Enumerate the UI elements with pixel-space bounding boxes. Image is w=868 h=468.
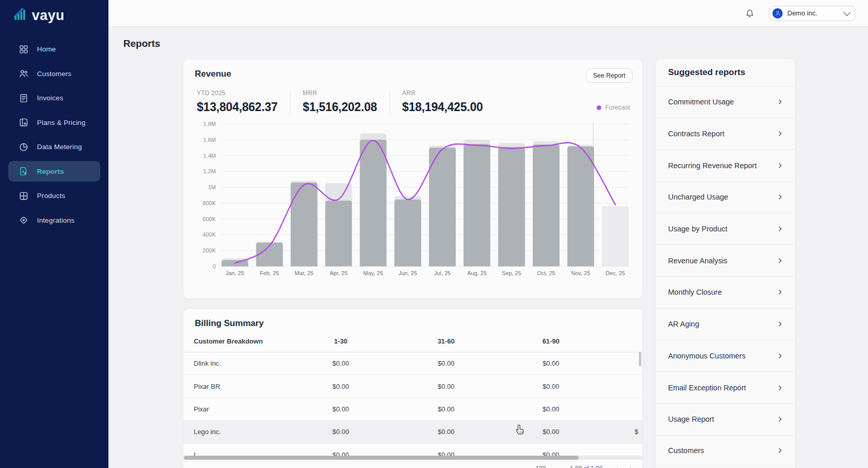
chevron-right-icon: [777, 447, 784, 454]
page-size-value: 100: [535, 465, 546, 468]
svg-text:Jul, 25: Jul, 25: [434, 270, 451, 276]
sidebar-item-invoices[interactable]: Invoices: [8, 88, 100, 109]
svg-text:1M: 1M: [208, 184, 216, 190]
billing-card-title: Billing Summary: [195, 318, 264, 329]
table-row[interactable]: Lego inc.$0.00$0.00$0.00$: [183, 421, 642, 443]
suggested-reports-card: Suggested reports Commitment UsageContra…: [655, 59, 796, 468]
amount-cell: $0.00: [495, 383, 607, 390]
suggested-report-usage-report[interactable]: Usage Report: [656, 403, 795, 435]
svg-text:Oct, 25: Oct, 25: [537, 270, 555, 276]
sidebar-item-integrations[interactable]: Integrations: [8, 210, 100, 230]
svg-text:800K: 800K: [202, 200, 216, 206]
pagination-range: 1.00 of 1.00: [570, 465, 602, 468]
vayu-logo-icon: [13, 7, 29, 24]
svg-text:Apr, 25: Apr, 25: [329, 270, 347, 276]
suggested-report-label: Usage Report: [668, 415, 714, 423]
amount-cell: $0.00: [397, 428, 495, 436]
stat-ytd-2025: YTD 2025$13,804,862.37: [197, 89, 290, 114]
sidebar-item-label: Invoices: [37, 94, 63, 102]
sidebar-item-customers[interactable]: Customers: [8, 63, 100, 84]
chevron-right-icon: [777, 193, 784, 201]
sidebar-item-plans-pricing[interactable]: Plans & Pricing: [8, 112, 100, 133]
amount-cell: $0.00: [397, 359, 495, 367]
bell-icon[interactable]: [744, 8, 755, 19]
sidebar-item-label: Home: [37, 45, 56, 53]
revenue-card-title: Revenue: [195, 69, 231, 79]
column-header: Customer Breakdown: [194, 337, 284, 345]
horizontal-scrollbar[interactable]: [183, 456, 643, 460]
amount-cell: $0.00: [284, 405, 397, 413]
svg-text:May, 25: May, 25: [363, 270, 383, 276]
stat-label: ARR: [402, 89, 483, 97]
suggested-report-customers[interactable]: Customers: [656, 435, 795, 467]
forecast-legend: Forecast: [597, 104, 630, 111]
sidebar: vayu HomeCustomersInvoicesPlans & Pricin…: [0, 0, 108, 468]
main-content: Reports Revenue See Report YTD 2025$13,8…: [108, 27, 868, 468]
forecast-dot-icon: [597, 105, 601, 110]
chevron-right-icon: [777, 320, 784, 328]
sidebar-item-products[interactable]: Products: [8, 186, 100, 206]
chevron-right-icon: [777, 225, 784, 232]
sidebar-nav: HomeCustomersInvoicesPlans & PricingData…: [0, 35, 108, 230]
suggested-report-usage-by-product[interactable]: Usage by Product: [656, 213, 795, 245]
logo-text: vayu: [32, 9, 65, 23]
chevron-right-icon: [777, 416, 784, 423]
amount-cell: $0.00: [284, 451, 397, 456]
suggested-report-label: Email Exception Report: [668, 384, 746, 392]
suggested-report-commitment-usage[interactable]: Commitment Usage: [656, 86, 795, 118]
svg-text:1.4M: 1.4M: [204, 153, 216, 159]
pagination-next-icon[interactable]: ›: [630, 465, 632, 468]
suggested-report-label: AR Aging: [668, 320, 699, 328]
sidebar-item-data-metering[interactable]: Data Metering: [8, 137, 100, 157]
vertical-scrollbar-thumb[interactable]: [639, 352, 641, 366]
svg-text:600K: 600K: [202, 216, 216, 222]
logo: vayu: [13, 7, 65, 24]
svg-text:Mar, 25: Mar, 25: [294, 270, 313, 276]
amount-cell: $0.00: [397, 383, 495, 390]
amount-cell: $0.00: [495, 451, 607, 456]
account-name: Demo inc.: [787, 9, 839, 17]
amount-cell: $0.00: [397, 451, 495, 456]
topbar: Demo inc.: [108, 0, 868, 27]
invoices-icon: [19, 93, 29, 103]
amount-cell: $0.00: [284, 383, 397, 390]
account-menu-button[interactable]: Demo inc.: [769, 6, 855, 21]
suggested-report-label: Monthly Closure: [668, 288, 722, 296]
table-row[interactable]: Pixar$0.00$0.00$0.00: [183, 398, 642, 421]
column-header: 31-60: [397, 337, 495, 345]
suggested-report-monthly-closure[interactable]: Monthly Closure: [656, 276, 795, 308]
revenue-chart: 0200K400K600K800K1M1.2M1.4M1.6M1.8MJan, …: [191, 118, 633, 278]
suggested-report-recurring-revenue-report[interactable]: Recurring Revenue Report: [656, 149, 795, 181]
pagination-prev-icon[interactable]: ‹: [616, 465, 618, 468]
suggested-report-contracts-report[interactable]: Contracts Report: [656, 118, 795, 150]
suggested-reports-title: Suggested reports: [656, 59, 795, 86]
suggested-report-uncharged-usage[interactable]: Uncharged Usage: [656, 181, 795, 213]
customer-name-cell: Lego inc.: [194, 428, 284, 436]
see-report-button[interactable]: See Report: [586, 68, 633, 83]
stat-value: $13,804,862.37: [197, 100, 278, 114]
suggested-report-email-exception-report[interactable]: Email Exception Report: [656, 371, 795, 403]
chevron-right-icon: [777, 162, 784, 169]
suggested-report-ar-aging[interactable]: AR Aging: [656, 308, 795, 340]
sidebar-item-label: Plans & Pricing: [37, 119, 86, 127]
svg-text:Dec, 25: Dec, 25: [605, 270, 625, 276]
chevron-right-icon: [777, 130, 784, 137]
svg-text:1.8M: 1.8M: [204, 121, 216, 127]
billing-table-header: Customer Breakdown1-3031-6061-90: [183, 331, 642, 352]
table-row[interactable]: Dlink inc.$0.00$0.00$0.00: [183, 352, 642, 375]
suggested-report-label: Recurring Revenue Report: [668, 161, 756, 170]
chevron-right-icon: [777, 352, 784, 359]
svg-text:Nov, 25: Nov, 25: [571, 270, 590, 276]
sidebar-item-reports[interactable]: Reports: [8, 161, 100, 182]
horizontal-scrollbar-thumb[interactable]: [184, 456, 579, 460]
amount-cell: $0.00: [397, 405, 495, 413]
suggested-report-anonymous-customers[interactable]: Anonymous Customers: [656, 340, 795, 372]
suggested-report-revenue-analysis[interactable]: Revenue Analysis: [656, 244, 795, 276]
table-row[interactable]: Pixar BR$0.00$0.00$0.00: [183, 375, 642, 398]
chevron-right-icon: [777, 257, 784, 264]
table-row[interactable]: L$0.00$0.00$0.00: [183, 444, 642, 456]
stat-value: $18,194,425.00: [402, 100, 483, 114]
reports-icon: [19, 166, 29, 176]
svg-text:Sep, 25: Sep, 25: [502, 270, 521, 276]
sidebar-item-home[interactable]: Home: [8, 39, 100, 60]
